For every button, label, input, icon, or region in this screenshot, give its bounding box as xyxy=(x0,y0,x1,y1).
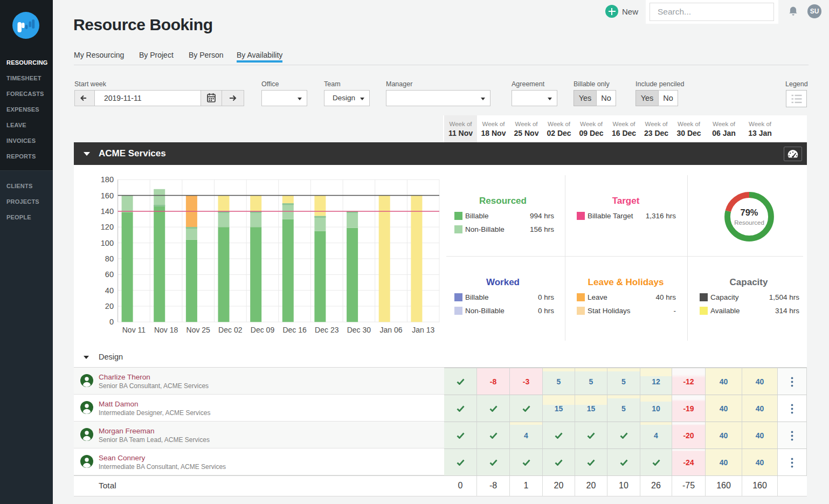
svg-text:Nov 18: Nov 18 xyxy=(154,326,178,334)
svg-text:Dec 30: Dec 30 xyxy=(347,326,371,334)
svg-text:Jan 13: Jan 13 xyxy=(412,326,434,334)
svg-text:79%: 79% xyxy=(740,208,758,217)
svg-text:Jan 06: Jan 06 xyxy=(379,326,402,334)
svg-text:120: 120 xyxy=(101,223,114,231)
svg-text:Nov 25: Nov 25 xyxy=(186,326,211,334)
svg-text:100: 100 xyxy=(101,239,114,247)
svg-text:60: 60 xyxy=(105,270,114,279)
svg-text:40: 40 xyxy=(105,286,114,295)
svg-text:Dec 16: Dec 16 xyxy=(282,326,307,334)
svg-text:Resourced: Resourced xyxy=(734,219,764,226)
svg-text:180: 180 xyxy=(101,175,114,184)
svg-text:Dec 23: Dec 23 xyxy=(315,326,339,334)
svg-text:0: 0 xyxy=(109,317,114,326)
svg-text:Dec 09: Dec 09 xyxy=(251,326,275,334)
svg-text:Dec 02: Dec 02 xyxy=(218,326,243,334)
svg-text:80: 80 xyxy=(105,254,114,263)
svg-text:160: 160 xyxy=(101,191,114,200)
svg-text:20: 20 xyxy=(105,302,114,310)
svg-text:Nov 11: Nov 11 xyxy=(122,326,146,334)
svg-text:140: 140 xyxy=(101,207,114,216)
